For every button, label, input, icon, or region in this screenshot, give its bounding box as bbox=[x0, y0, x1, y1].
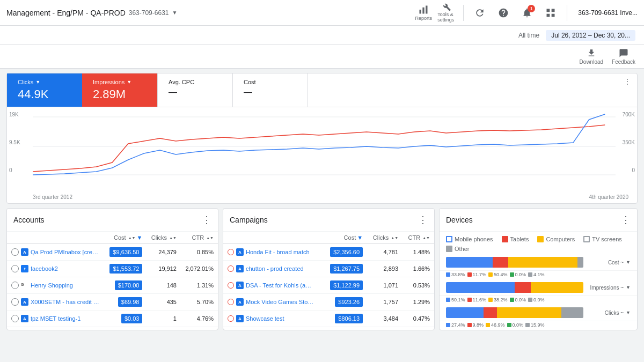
campaign-ctr-cell: 0.47% bbox=[402, 311, 434, 327]
campaign-name[interactable]: Showcase test bbox=[246, 315, 284, 322]
chart-area: 19K 9.5K 0 700K 350K 0 bbox=[7, 107, 637, 193]
table-row: A Qa Prod PMInabox [credit card funded,.… bbox=[7, 244, 218, 261]
bar-percentages: 50.1%11.6%38.2%0.0%0.0% bbox=[446, 296, 637, 304]
campaign-name[interactable]: DSA - Test for Kohls (amitvaria) bbox=[246, 282, 316, 289]
account-name[interactable]: Henry Shopping bbox=[31, 282, 73, 289]
pct-item: 9.8% bbox=[467, 322, 484, 328]
bar-segment bbox=[561, 307, 583, 318]
legend-item: Tablets bbox=[502, 236, 529, 242]
table-row: f facebook2 $1,553.72 19,912 2,072.01% bbox=[7, 261, 218, 277]
table-row: G Henry Shopping $170.00 148 1.31% bbox=[7, 277, 218, 294]
account-ctr-cell: 5.70% bbox=[181, 294, 218, 311]
campaign-cost-cell: $1,267.75 bbox=[324, 261, 367, 277]
accounts-col-clicks[interactable]: Clicks ▲▼ bbox=[147, 232, 181, 244]
account-name[interactable]: X000SETM - has credit card so don't... bbox=[31, 299, 100, 305]
accounts-col-ctr[interactable]: CTR ▲▼ bbox=[181, 232, 218, 244]
campaign-cost-value: $1,267.75 bbox=[330, 264, 363, 274]
bar-label[interactable]: Impressions ~ ▼ bbox=[588, 285, 631, 291]
download-button[interactable]: Download bbox=[580, 48, 603, 65]
account-name-cell: A X000SETM - has credit card so don't... bbox=[7, 294, 105, 311]
account-name[interactable]: tpz MSET testing-1 bbox=[31, 315, 80, 322]
account-name[interactable]: facebook2 bbox=[31, 265, 58, 272]
pct-item: 11.6% bbox=[467, 297, 487, 302]
campaign-status-icon bbox=[228, 299, 234, 305]
campaign-name-cell: A chutton - prod created bbox=[223, 261, 324, 277]
account-cost-cell: $9,636.50 bbox=[105, 244, 147, 261]
campaign-cost-value: $923.26 bbox=[335, 297, 363, 307]
accounts-panel: Accounts ⋮ Cost ▲▼▼ Clicks ▲▼ bbox=[6, 208, 218, 330]
pct-dot bbox=[446, 323, 450, 327]
svg-rect-0 bbox=[420, 10, 421, 14]
account-cost-cell: $0.03 bbox=[105, 311, 147, 327]
account-name[interactable]: Qa Prod PMInabox [credit card funded,... bbox=[31, 249, 100, 255]
reports-button[interactable]: Reports bbox=[414, 3, 433, 23]
account-ctr-cell: 4.76% bbox=[181, 311, 218, 327]
notifications-button[interactable]: 1 bbox=[517, 3, 537, 23]
refresh-button[interactable] bbox=[470, 3, 489, 23]
account-clicks-cell: 435 bbox=[147, 294, 181, 311]
table-row: A tpz MSET testing-1 $0.03 1 4.76% bbox=[7, 311, 218, 327]
account-status-check bbox=[11, 248, 19, 256]
bar-label[interactable]: Cost ~ ▼ bbox=[588, 260, 631, 265]
campaign-name-cell: A Mock Video Games Store US bbox=[223, 294, 324, 311]
devices-panel-menu[interactable]: ⋮ bbox=[621, 214, 631, 226]
campaign-name-cell: A Showcase test bbox=[223, 311, 324, 327]
pct-item: 15.9% bbox=[525, 322, 545, 328]
campaigns-col-clicks[interactable]: Clicks ▲▼ bbox=[367, 232, 402, 244]
campaigns-panel-title: Campaigns bbox=[230, 216, 418, 224]
table-row: A Honda Fit - broad match $2,356.60 4,78… bbox=[223, 244, 434, 261]
accounts-col-cost[interactable]: Cost ▲▼▼ bbox=[105, 232, 147, 244]
bar-segment bbox=[577, 257, 583, 268]
campaigns-col-cost[interactable]: Cost ▼ bbox=[324, 232, 367, 244]
legend-label: Tablets bbox=[510, 236, 529, 242]
legend-swatch bbox=[502, 236, 508, 242]
nav-title-text: Management - Eng/PM - QA-PROD bbox=[6, 9, 126, 17]
device-bar-row: Impressions ~ ▼50.1%11.6%38.2%0.0%0.0% bbox=[440, 279, 637, 304]
legend-label: TV screens bbox=[592, 236, 622, 242]
legend-item: TV screens bbox=[583, 236, 622, 242]
pct-dot bbox=[488, 298, 493, 302]
account-cost-value: $0.03 bbox=[121, 314, 143, 323]
top-navigation: Management - Eng/PM - QA-PROD 363-709-66… bbox=[0, 0, 644, 26]
table-row: A X000SETM - has credit card so don't...… bbox=[7, 294, 218, 311]
account-clicks-cell: 24,379 bbox=[147, 244, 181, 261]
account-name-cell: G Henry Shopping bbox=[7, 277, 105, 294]
accounts-panel-menu[interactable]: ⋮ bbox=[202, 214, 211, 226]
campaigns-panel-menu[interactable]: ⋮ bbox=[418, 214, 428, 226]
feedback-button[interactable]: Feedback bbox=[612, 48, 635, 65]
campaigns-col-ctr[interactable]: CTR ▲▼ bbox=[402, 232, 434, 244]
campaigns-table-header-row: Cost ▼ Clicks ▲▼ CTR ▲▼ bbox=[223, 232, 434, 244]
table-row: A Showcase test $806.13 3,484 0.47% bbox=[223, 311, 434, 327]
grid-button[interactable] bbox=[541, 3, 560, 23]
bar-row: Impressions ~ ▼ bbox=[440, 279, 637, 296]
nav-dropdown-arrow[interactable]: ▼ bbox=[172, 10, 177, 16]
accounts-col-name bbox=[7, 232, 105, 244]
tools-button[interactable]: Tools & settings bbox=[437, 3, 457, 23]
device-bars: Cost ~ ▼33.8%11.7%50.4%0.0%4.1%Impressio… bbox=[440, 254, 637, 329]
pct-dot bbox=[528, 272, 532, 277]
nav-title: Management - Eng/PM - QA-PROD 363-709-66… bbox=[6, 9, 177, 17]
date-range-value[interactable]: Jul 26, 2012 – Dec 30, 20... bbox=[546, 30, 635, 41]
campaign-name[interactable]: chutton - prod created bbox=[246, 265, 304, 272]
pct-dot bbox=[486, 323, 490, 327]
clicks-label: Clicks ▼ bbox=[18, 79, 71, 85]
clicks-line bbox=[33, 114, 605, 175]
nav-divider-2 bbox=[567, 5, 567, 21]
avg-cpc-value: — bbox=[169, 87, 222, 97]
legend-label: Mobile phones bbox=[455, 236, 493, 242]
help-button[interactable] bbox=[494, 3, 513, 23]
bar-segment bbox=[446, 307, 484, 318]
device-legend: Mobile phonesTabletsComputersTV screensO… bbox=[440, 232, 637, 254]
pct-item: 11.7% bbox=[467, 272, 487, 277]
bar-label[interactable]: Clicks ~ ▼ bbox=[588, 310, 631, 316]
account-cost-cell: $69.98 bbox=[105, 294, 147, 311]
campaign-name[interactable]: Mock Video Games Store US bbox=[246, 299, 316, 305]
avg-cpc-label: Avg. CPC bbox=[169, 79, 222, 85]
y-label-9-5k: 9.5K bbox=[9, 139, 20, 145]
metrics-more-button[interactable]: ⋮ bbox=[618, 73, 637, 107]
x-label-start: 3rd quarter 2012 bbox=[33, 194, 72, 200]
pct-item: 50.4% bbox=[488, 272, 508, 277]
campaign-name[interactable]: Honda Fit - broad match bbox=[246, 249, 310, 255]
main-content: Clicks ▼ 44.9K Impressions ▼ 2.89M Avg. … bbox=[0, 69, 644, 335]
pct-item: 0.0% bbox=[507, 322, 524, 328]
